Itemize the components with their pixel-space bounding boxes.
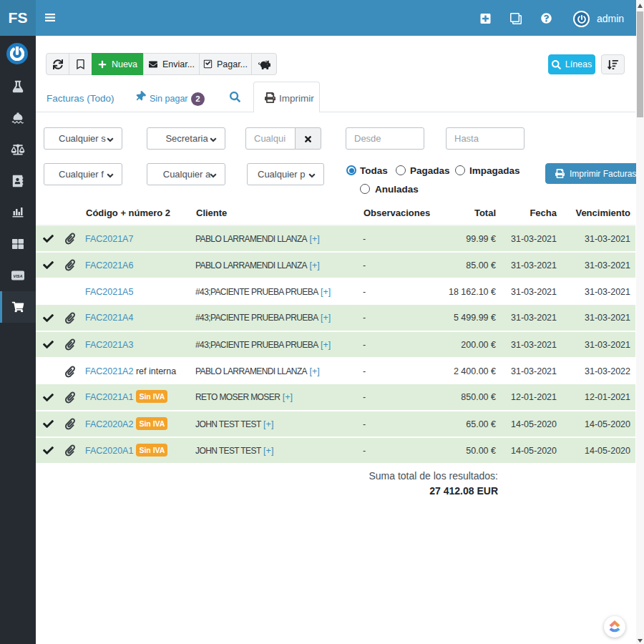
svg-text:VISA: VISA: [14, 274, 23, 278]
